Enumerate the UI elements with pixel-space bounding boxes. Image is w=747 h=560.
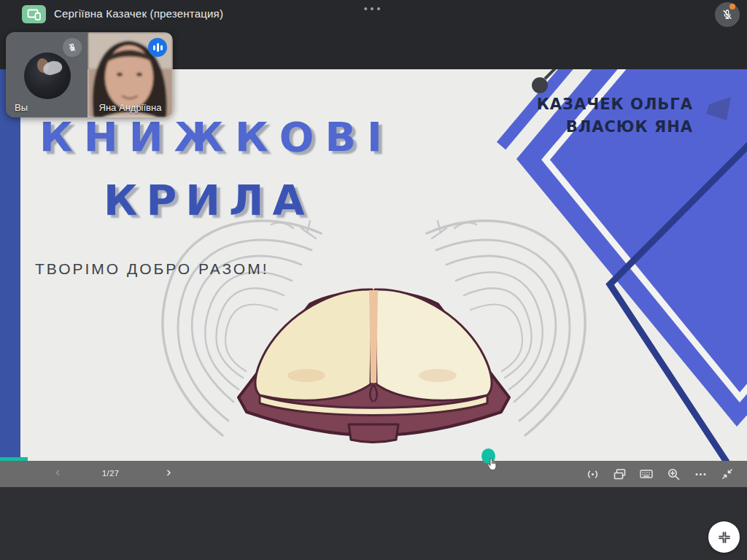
slide-subtitle: ТВОРІМО ДОБРО РАЗОМ! (35, 260, 269, 278)
slide-title-line1: КНИЖКОВІ (39, 113, 393, 160)
pip-collapse-button[interactable] (708, 521, 740, 553)
previous-slide-button[interactable]: ‹ (55, 464, 60, 480)
avatar (24, 52, 71, 99)
mic-muted-button[interactable] (715, 2, 740, 27)
book-illustration (239, 289, 509, 443)
participant-tile-yana[interactable]: Яна Андріївна (88, 32, 173, 117)
participant-name: Яна Андріївна (88, 102, 173, 113)
participant-strip: Вы Яна Андріївна (6, 32, 173, 117)
participant-tile-you[interactable]: Вы (6, 32, 88, 117)
slide-title-line2: КРИЛА (104, 176, 314, 225)
notification-dot (729, 4, 735, 9)
mic-muted-icon (721, 8, 734, 21)
shared-presentation-slide: КНИЖКОВІ КРИЛА ТВОРІМО ДОБРО РАЗОМ! КАЗА… (0, 69, 747, 461)
keyboard-icon[interactable] (637, 464, 656, 483)
page-indicator: 1/27 (102, 469, 119, 478)
app-window: Сергіївна Казачек (презентация) ••• (0, 0, 747, 560)
slide-left-band (0, 69, 20, 461)
collapse-icon[interactable] (718, 464, 737, 483)
presentation-control-bar: ‹ 1/27 › (0, 461, 747, 487)
mic-muted-icon (63, 38, 82, 57)
slide-authors: КАЗАЧЕК ОЛЬГА ВЛАСЮК ЯНА (537, 93, 693, 139)
participant-name: Вы (6, 102, 88, 113)
hand-cursor (485, 456, 500, 476)
slides-overview-icon[interactable] (610, 464, 629, 483)
more-options-icon[interactable] (691, 464, 710, 483)
next-slide-button[interactable]: › (166, 464, 171, 480)
collapse-arrows-icon (716, 529, 732, 545)
audio-level-icon (148, 38, 167, 57)
slide-progress-bar (0, 457, 28, 461)
live-stream-icon[interactable] (583, 464, 602, 483)
menu-handle[interactable]: ••• (0, 3, 747, 15)
zoom-in-icon[interactable] (664, 464, 683, 483)
